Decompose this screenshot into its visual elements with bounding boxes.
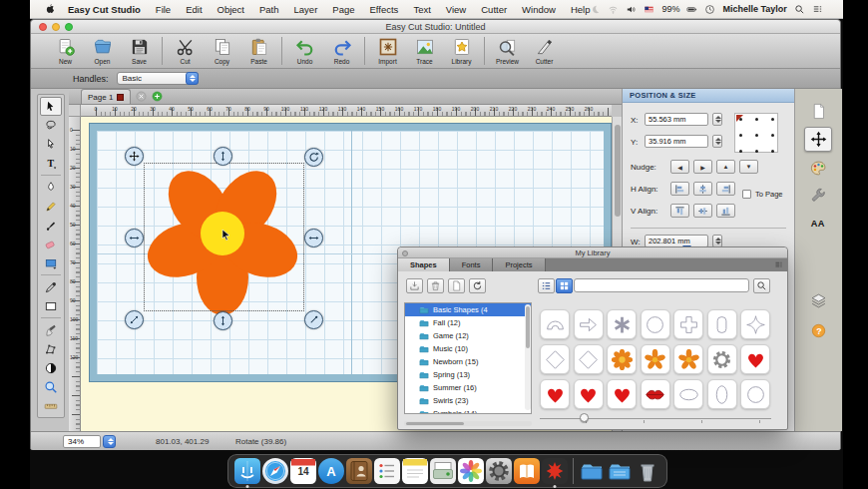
library-folder-item[interactable]: Spring (13): [405, 368, 531, 381]
folder-list-scrollbar[interactable]: [525, 304, 531, 410]
dock-photo-app-icon[interactable]: [430, 458, 456, 484]
tile-size-slider[interactable]: [540, 413, 771, 423]
toolbar-undo-button[interactable]: Undo: [286, 35, 323, 68]
window-titlebar[interactable]: Easy Cut Studio: Untitled: [31, 20, 840, 34]
shape-tile-plus[interactable]: [673, 309, 703, 339]
dock-photos-icon[interactable]: [458, 458, 484, 484]
menu-path[interactable]: Path: [259, 4, 279, 15]
toolbar-import-button[interactable]: Import: [369, 35, 406, 68]
toolbar-library-button[interactable]: Library: [443, 35, 480, 68]
dock-system-preferences-icon[interactable]: [486, 458, 512, 484]
align-center-button[interactable]: [693, 182, 712, 196]
dropdown-stepper-icon[interactable]: [186, 72, 199, 85]
library-refresh-button[interactable]: [469, 278, 486, 293]
input-language-flag-icon[interactable]: [644, 4, 654, 15]
toolbar-cutter-button[interactable]: Cutter: [526, 35, 563, 68]
menu-window[interactable]: Window: [522, 4, 556, 15]
tool-lasso[interactable]: [40, 116, 62, 135]
nudge-down-button[interactable]: ▼: [739, 160, 758, 174]
zoom-level-field[interactable]: 34%: [63, 435, 101, 448]
tool-zoom[interactable]: [40, 377, 62, 396]
tool-invert[interactable]: [40, 358, 62, 377]
tool-brush[interactable]: [40, 216, 62, 235]
anchor-dot[interactable]: [771, 150, 774, 153]
anchor-dot[interactable]: [771, 118, 774, 121]
anchor-point-grid[interactable]: [734, 113, 778, 153]
tool-knife[interactable]: [40, 320, 62, 339]
tool-direct-select[interactable]: [40, 135, 62, 154]
apple-menu-icon[interactable]: [44, 3, 56, 15]
shape-tile-lips[interactable]: [641, 379, 670, 409]
sidebar-fonts-button[interactable]: AA: [804, 211, 832, 236]
page-tab[interactable]: Page 1: [81, 89, 131, 104]
tool-select[interactable]: [40, 97, 62, 116]
selection-handle-bc[interactable]: [214, 311, 232, 330]
dock-notes-icon[interactable]: [402, 458, 428, 484]
shape-tile-diamond[interactable]: [540, 344, 570, 374]
dock-app-store-icon[interactable]: A: [318, 458, 344, 484]
x-stepper[interactable]: [712, 113, 722, 126]
dock-folder-applications-icon[interactable]: [607, 458, 633, 484]
shape-tile-gear[interactable]: [707, 344, 737, 374]
slider-thumb[interactable]: [580, 413, 589, 422]
volume-icon[interactable]: [626, 4, 637, 15]
shape-tile-arrow[interactable]: [574, 309, 604, 339]
selection-handle-ml[interactable]: [125, 229, 144, 247]
shape-tile-diamond[interactable]: [574, 344, 604, 374]
align-bottom-button[interactable]: [716, 204, 735, 218]
tool-fill[interactable]: [40, 253, 62, 272]
shape-tile-heart[interactable]: [540, 379, 570, 409]
y-field[interactable]: 35.916 mm: [645, 135, 708, 148]
library-folder-item[interactable]: Music (10): [405, 342, 531, 355]
anchor-dot[interactable]: [755, 134, 758, 137]
tool-text[interactable]: T: [40, 154, 62, 173]
menu-layer[interactable]: Layer: [294, 4, 318, 15]
library-folder-item[interactable]: Symbols (14): [405, 407, 531, 414]
toolbar-redo-button[interactable]: Redo: [323, 35, 360, 68]
menu-edit[interactable]: Edit: [186, 4, 202, 15]
tool-pencil[interactable]: [40, 197, 62, 216]
notification-center-icon[interactable]: [812, 4, 823, 15]
shape-tile-asterisk[interactable]: [607, 309, 637, 339]
library-folder-item[interactable]: Game (12): [405, 329, 531, 342]
clock-icon[interactable]: [704, 4, 715, 15]
menu-effects[interactable]: Effects: [370, 4, 399, 15]
menu-page[interactable]: Page: [332, 4, 354, 15]
y-stepper[interactable]: [712, 135, 722, 148]
align-top-button[interactable]: [670, 204, 689, 218]
library-folder-item[interactable]: Basic Shapes (4: [405, 303, 531, 316]
library-tab-fonts[interactable]: Fonts: [450, 258, 494, 271]
spotlight-search-icon[interactable]: [794, 4, 805, 15]
add-page-icon[interactable]: [152, 91, 163, 102]
library-titlebar[interactable]: My Library: [398, 247, 787, 258]
close-page-icon[interactable]: [136, 91, 147, 102]
tool-eyedropper[interactable]: [40, 277, 62, 296]
x-field[interactable]: 55.563 mm: [645, 113, 708, 126]
folder-list-hscrollbar[interactable]: [404, 421, 532, 426]
dock-trash-icon[interactable]: [635, 458, 660, 484]
nudge-right-button[interactable]: ▶: [693, 160, 712, 174]
zoom-stepper[interactable]: [103, 435, 116, 448]
align-left-button[interactable]: [670, 182, 689, 196]
shape-tile-circle[interactable]: [740, 379, 770, 409]
shape-tile-star4[interactable]: [740, 309, 770, 339]
shape-tile-heart[interactable]: [607, 379, 637, 409]
sidebar-page-button[interactable]: [804, 99, 832, 124]
selection-handle-tl[interactable]: [125, 147, 144, 166]
anchor-dot[interactable]: [739, 150, 742, 153]
tool-rectangle[interactable]: [40, 296, 62, 315]
toolbar-cut-button[interactable]: Cut: [167, 35, 204, 68]
shape-tile-flower[interactable]: [673, 344, 703, 374]
selection-handle-tr[interactable]: [304, 148, 323, 167]
menu-cutter[interactable]: Cutter: [481, 4, 507, 15]
library-tab-shapes[interactable]: Shapes: [398, 258, 450, 271]
toolbar-new-button[interactable]: New: [47, 35, 84, 68]
menu-file[interactable]: File: [156, 4, 171, 15]
scrollbar-thumb[interactable]: [406, 422, 464, 425]
handles-dropdown[interactable]: Basic: [117, 72, 199, 85]
wifi-icon[interactable]: [608, 4, 619, 15]
time-machine-icon[interactable]: [590, 4, 601, 15]
tool-measure[interactable]: [40, 396, 62, 415]
shape-tile-heart[interactable]: [574, 379, 604, 409]
nudge-up-button[interactable]: ▲: [716, 160, 735, 174]
